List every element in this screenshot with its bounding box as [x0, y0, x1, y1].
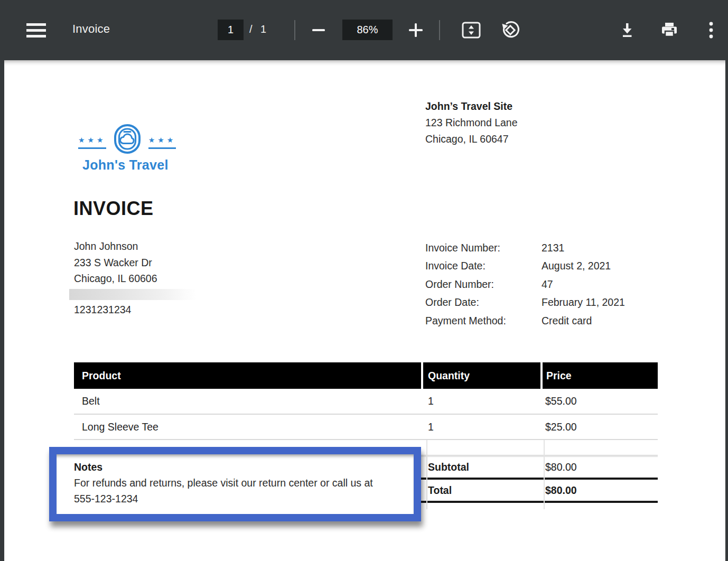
detail-value: August 2, 2021 [542, 260, 611, 272]
table-row: Belt 1 $55.00 [74, 389, 658, 415]
cell-price: $55.00 [545, 395, 658, 407]
detail-label: Order Number: [425, 278, 542, 291]
detail-row: Order Date: February 11, 2021 [425, 294, 625, 312]
logo-text: John's Travel [82, 157, 169, 173]
page-count-label: / 1 [249, 23, 266, 35]
detail-row: Invoice Number: 2131 [425, 239, 625, 257]
stars-right-icon: ★★★ [148, 136, 176, 149]
notes-text-line1: For refunds and returns, please visit ou… [74, 475, 403, 491]
detail-value: 2131 [542, 242, 564, 254]
hamburger-icon [26, 23, 46, 38]
customer-address-line2: Chicago, IL 60606 [74, 270, 157, 287]
kebab-menu-icon [709, 22, 713, 39]
column-separator [544, 440, 545, 509]
cell-quantity: 1 [428, 421, 545, 433]
detail-label: Invoice Number: [425, 242, 542, 254]
subtotal-value: $80.00 [545, 461, 658, 473]
detail-label: Payment Method: [425, 315, 542, 327]
pdf-viewer-toolbar: Invoice 1 / 1 86% [0, 0, 728, 60]
company-address-line2: Chicago, IL 60647 [425, 131, 518, 147]
total-label: Total [428, 484, 545, 497]
print-button[interactable] [657, 19, 682, 41]
plus-icon [409, 23, 423, 37]
airplane-window-icon [114, 124, 141, 154]
logo: ★★★ ★★★ [78, 124, 176, 154]
header-quantity: Quantity [423, 362, 540, 389]
toolbar-divider [294, 20, 295, 40]
items-table-header: Product Quantity Price [74, 362, 658, 389]
fit-page-icon [462, 22, 481, 39]
notes-content: Notes For refunds and returns, please vi… [57, 454, 414, 514]
rotate-counterclockwise-button[interactable] [497, 19, 524, 41]
cell-product: Long Sleeve Tee [74, 421, 428, 433]
customer-block: John Johnson 233 S Wacker Dr Chicago, IL… [74, 238, 157, 287]
items-table-body: Belt 1 $55.00 Long Sleeve Tee 1 $25.00 [74, 389, 658, 456]
detail-row: Invoice Date: August 2, 2021 [425, 257, 625, 276]
company-address-block: John’s Travel Site 123 Richmond Lane Chi… [425, 98, 518, 147]
invoice-details: Invoice Number: 2131 Invoice Date: Augus… [425, 239, 625, 330]
download-button[interactable] [614, 19, 640, 41]
detail-value: Credit card [542, 315, 592, 327]
customer-name: John Johnson [74, 238, 157, 255]
company-name: John’s Travel Site [425, 98, 518, 115]
customer-phone: 1231231234 [74, 304, 131, 316]
page-number-input[interactable]: 1 [218, 20, 244, 40]
total-value: $80.00 [545, 484, 658, 497]
company-address-line1: 123 Richmond Lane [425, 115, 518, 131]
detail-row: Order Number: 47 [425, 275, 625, 294]
zoom-level-display: 86% [342, 20, 393, 40]
notes-highlight-box: Notes For refunds and returns, please vi… [49, 447, 421, 521]
rotate-ccw-icon [500, 20, 520, 40]
fit-to-page-button[interactable] [458, 19, 485, 41]
column-separator [426, 440, 427, 509]
print-icon [661, 22, 678, 38]
notes-title: Notes [74, 459, 403, 475]
zoom-in-button[interactable] [403, 20, 428, 40]
detail-label: Order Date: [425, 296, 542, 308]
cell-price: $25.00 [545, 421, 658, 433]
detail-label: Invoice Date: [425, 260, 542, 272]
redacted-email-bar [69, 289, 197, 300]
subtotal-label: Subtotal [428, 461, 545, 473]
viewer-background-left [0, 60, 4, 561]
cell-product: Belt [74, 395, 428, 407]
detail-row: Payment Method: Credit card [425, 312, 625, 330]
notes-text-line2: 555-123-1234 [74, 491, 403, 507]
toolbar-divider [439, 20, 440, 40]
customer-address-line1: 233 S Wacker Dr [74, 255, 157, 271]
more-options-button[interactable] [701, 19, 722, 41]
detail-value: 47 [542, 278, 553, 291]
zoom-out-button[interactable] [306, 20, 331, 40]
viewer-background-right [725, 60, 728, 561]
stars-left-icon: ★★★ [78, 136, 106, 149]
detail-value: February 11, 2021 [542, 296, 625, 308]
header-price: Price [543, 362, 658, 389]
menu-button[interactable] [22, 20, 50, 40]
table-row: Long Sleeve Tee 1 $25.00 [74, 415, 658, 440]
header-product: Product [74, 362, 421, 389]
download-icon [619, 22, 635, 38]
cell-quantity: 1 [428, 395, 545, 407]
pdf-page: ★★★ ★★★ John's Travel John’s Travel Site… [4, 60, 725, 561]
minus-icon [312, 29, 325, 31]
invoice-heading: INVOICE [73, 198, 154, 220]
document-title: Invoice [72, 22, 110, 36]
